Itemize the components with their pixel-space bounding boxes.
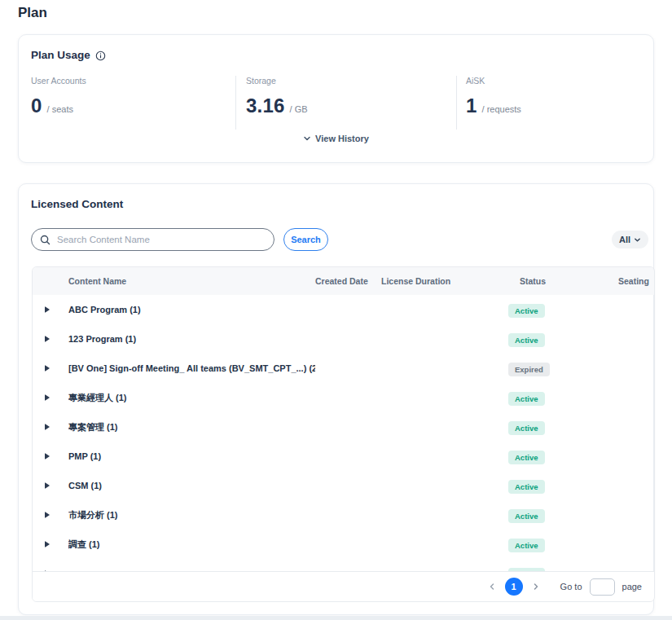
table-row: PMP (1) Active [33,442,654,471]
metric-storage: Storage 3.16 / GB [246,76,308,117]
col-content-name: Content Name [68,276,315,286]
caret-right-icon [45,424,50,430]
col-seating: Seating [618,276,655,286]
page-title: Plan [18,5,47,21]
next-page-button[interactable] [530,581,542,592]
status-badge: Active [508,392,545,406]
prev-page-button[interactable] [486,581,498,592]
content-name-cell: 123 Program (1) [68,334,315,344]
content-name-cell: ABC Program (1) [68,305,315,314]
caret-right-icon [45,453,50,460]
caret-right-icon [45,394,50,401]
status-cell: Active [520,537,618,552]
search-button[interactable]: Search [283,228,328,251]
metric-unit: / GB [290,104,308,114]
search-icon [40,235,51,245]
goto-label: Go to [560,582,582,591]
expand-row-button[interactable] [33,365,68,372]
table-row: 123 Program (1) Active [33,324,654,354]
status-badge: Active [508,539,545,552]
chevron-right-icon [532,583,540,591]
metric-value: 3.16 [246,95,285,117]
col-license-duration: License Duration [381,276,520,286]
table-row: CSM (1) Active [33,471,654,500]
status-badge: Active [508,451,545,464]
content-name-cell: 市場分析 (1) [68,509,315,521]
table-row: 調查 (1) Active [33,530,654,559]
metric-label: AiSK [466,76,521,86]
filter-selected-value: All [619,235,630,244]
chevron-down-icon [634,236,641,244]
plan-usage-card: Plan Usage User Accounts 0 / seats Stora… [18,34,654,163]
status-badge: Expired [508,363,550,376]
goto-page-input[interactable] [590,578,615,596]
content-name-cell: 專業經理人 (1) [68,392,315,404]
content-name-cell: 調查 (1) [68,539,315,551]
current-page-button[interactable]: 1 [505,578,523,596]
table-row: ABC Program (1) Active [33,295,654,324]
table-row: 市場分析 (1) Active [33,500,654,530]
expand-row-button[interactable] [33,453,68,460]
table-row: Active [33,559,654,571]
metric-aisk: AiSK 1 / requests [466,76,521,117]
metric-user-accounts: User Accounts 0 / seats [31,76,86,117]
table-header: Content Name Created Date License Durati… [33,267,654,295]
expand-row-button[interactable] [33,424,68,430]
divider [235,76,236,130]
info-circle-icon[interactable] [95,51,106,61]
metric-value: 1 [466,95,477,117]
search-input[interactable] [57,235,266,244]
licensed-content-card: Licensed Content Search All Content Name… [18,183,654,615]
status-cell: Active [520,332,618,347]
col-status: Status [520,276,618,286]
metric-label: User Accounts [31,76,86,86]
expand-row-button[interactable] [33,336,68,342]
expand-row-button[interactable] [33,394,68,401]
table-row: [BV One] Sign-off Meeting_ All teams (BV… [33,354,654,383]
caret-right-icon [45,306,50,313]
table-row: 專案管理 (1) Active [33,412,654,442]
expand-row-button[interactable] [33,306,68,313]
filter-all-dropdown[interactable]: All [612,231,648,248]
expand-row-button[interactable] [33,541,68,547]
table-body: ABC Program (1) Active 123 Program (1) A… [33,295,654,571]
licensed-content-table: Content Name Created Date License Durati… [32,266,655,602]
metric-unit: / requests [482,104,521,114]
plan-usage-title: Plan Usage [31,49,90,61]
status-cell: Active [520,449,618,464]
page-bottom-strip [0,616,672,620]
content-name-cell: PMP (1) [68,451,315,461]
status-badge: Active [508,421,545,435]
metric-unit: / seats [47,104,73,114]
status-cell: Active [520,302,618,318]
status-cell: Active [520,420,618,435]
status-cell: Active [520,390,618,406]
search-box[interactable] [31,228,275,251]
table-pagination: 1 Go to page [33,571,654,601]
status-badge: Active [508,304,545,318]
chevron-down-icon [303,134,311,143]
divider [456,76,457,130]
caret-right-icon [45,365,50,372]
metric-value: 0 [31,95,42,117]
licensed-content-title: Licensed Content [31,198,123,210]
caret-right-icon [45,482,50,489]
expand-row-button[interactable] [33,512,68,518]
page-label: page [622,582,642,591]
content-name-cell: [BV One] Sign-off Meeting_ All teams (BV… [68,363,315,374]
metric-label: Storage [246,76,308,86]
expand-row-button[interactable] [33,482,68,489]
caret-right-icon [45,512,50,518]
caret-right-icon [45,541,50,547]
chevron-left-icon [488,583,496,591]
col-created-date: Created Date [315,276,381,286]
view-history-link[interactable]: View History [19,134,653,143]
status-cell: Expired [520,361,618,376]
content-name-cell: CSM (1) [68,481,315,490]
status-cell: Active [520,508,618,523]
caret-right-icon [45,336,50,342]
table-row: 專業經理人 (1) Active [33,383,654,412]
view-history-label: View History [315,134,369,143]
status-badge: Active [508,480,545,494]
status-cell: Active [520,478,618,494]
